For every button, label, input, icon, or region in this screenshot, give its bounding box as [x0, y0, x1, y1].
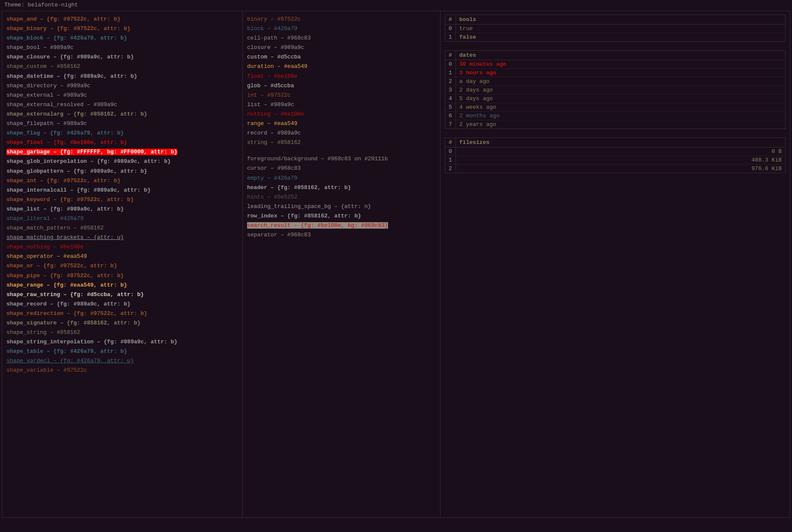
- table-cell-num: 5: [445, 103, 456, 111]
- list-item: string – #858162: [247, 138, 436, 147]
- table-header-val: dates: [456, 51, 785, 60]
- list-item: shape_closure – {fg: #989a9c, attr: b}: [6, 52, 238, 62]
- list-item: shape_external – #989a9c: [6, 91, 238, 100]
- list-item: shape_range – {fg: #eaa549, attr: b}: [6, 281, 238, 290]
- list-item: shape_internalcall – {fg: #989a9c, attr:…: [6, 186, 238, 195]
- table-header-val: bools: [456, 15, 785, 24]
- table-cell-num: 2: [445, 77, 456, 86]
- table-cell-val: false: [456, 33, 785, 41]
- list-item: shape_raw_string – {fg: #d5ccba, attr: b…: [6, 290, 238, 300]
- list-item: binary – #97522c: [247, 15, 436, 24]
- table-row: 1false: [445, 33, 785, 41]
- table-row: 2976.6 KiB: [445, 165, 785, 173]
- data-table: #filesizes00 B1488.3 KiB2976.6 KiB: [445, 138, 786, 173]
- table-cell-val: 2 days ago: [456, 86, 785, 94]
- list-item: shape_float – {fg: #be100e, attr: b}: [6, 138, 238, 147]
- list-item: cursor – #968c83: [247, 164, 436, 173]
- list-item: shape_literal – #426a79: [6, 214, 238, 223]
- list-item: row_index – {fg: #858162, attr: b}: [247, 211, 436, 221]
- list-item: shape_matching_brackets – {attr: u}: [6, 233, 238, 242]
- table-cell-val: 5 days ago: [456, 95, 785, 103]
- list-item: shape_nothing – #be100e: [6, 242, 238, 252]
- list-item: shape_garbage – {fg: #FFFFFF, bg: #FF000…: [6, 147, 238, 157]
- list-item: shape_custom – #858162: [6, 62, 238, 71]
- table-cell-num: 0: [445, 60, 456, 68]
- list-item: closure – #989a9c: [247, 43, 436, 52]
- table-cell-val: 0 B: [456, 147, 785, 156]
- list-item: nothing – #be100e: [247, 110, 436, 119]
- table-row: 62 months ago: [445, 112, 785, 120]
- table-cell-val: 3 hours ago: [456, 69, 785, 77]
- left-column: shape_and – {fg: #97522c, attr: b}shape_…: [2, 11, 243, 517]
- list-item: list – #989a9c: [247, 100, 436, 110]
- list-item: shape_string_interpolation – {fg: #989a9…: [6, 337, 238, 347]
- table-cell-val: 2 months ago: [456, 112, 785, 120]
- right-column: #bools0true1false#dates030 minutes ago13…: [440, 11, 790, 517]
- list-item: shape_and – {fg: #97522c, attr: b}: [6, 15, 238, 24]
- list-item: block – #426a79: [247, 24, 436, 34]
- list-item: shape_vardecl – {fg: #426a79, attr: u}: [6, 356, 238, 366]
- list-item: shape_keyword – {fg: #97522c, attr: b}: [6, 195, 238, 205]
- table-cell-num: 0: [445, 147, 456, 156]
- list-item: shape_directory – #989a9c: [6, 81, 238, 91]
- data-table: #dates030 minutes ago13 hours ago2a day …: [445, 50, 786, 129]
- list-item: shape_globpattern – {fg: #989a9c, attr: …: [6, 167, 238, 176]
- table-cell-num: 2: [445, 165, 456, 173]
- table-cell-num: 0: [445, 24, 456, 33]
- data-table: #bools0true1false: [445, 15, 786, 42]
- list-item: shape_record – {fg: #989a9c, attr: b}: [6, 300, 238, 309]
- list-item: shape_redirection – {fg: #97522c, attr: …: [6, 309, 238, 318]
- list-item: shape_block – {fg: #426a79, attr: b}: [6, 34, 238, 43]
- table-row: 0true: [445, 24, 785, 33]
- list-item: shape_match_pattern – #858162: [6, 223, 238, 233]
- list-item: shape_int – {fg: #97522c, attr: b}: [6, 176, 238, 186]
- list-item: custom – #d5ccba: [247, 52, 436, 62]
- list-item: float – #be100e: [247, 72, 436, 81]
- table-cell-val: a day ago: [456, 77, 785, 86]
- table-header-num: #: [445, 138, 456, 147]
- table-cell-val: 2 years ago: [456, 120, 785, 128]
- mid-column: binary – #97522cblock – #426a79cell-path…: [243, 11, 440, 517]
- list-item: leading_trailing_space_bg – {attr: n}: [247, 202, 436, 211]
- list-item: shape_binary – {fg: #97522c, attr: b}: [6, 24, 238, 34]
- table-cell-num: 1: [445, 69, 456, 77]
- table-header-val: filesizes: [456, 138, 785, 147]
- list-item: range – #eaa549: [247, 119, 436, 128]
- list-item: hints – #5e5252: [247, 193, 436, 202]
- table-row: 45 days ago: [445, 95, 785, 103]
- table-cell-val: 976.6 KiB: [456, 165, 785, 173]
- list-item: header – {fg: #858162, attr: b}: [247, 183, 436, 193]
- list-item: shape_operator – #eaa549: [6, 252, 238, 261]
- table-cell-num: 6: [445, 112, 456, 120]
- list-item: shape_string – #858162: [6, 328, 238, 337]
- table-cell-num: 3: [445, 86, 456, 94]
- list-item: shape_flag – {fg: #426a79, attr: b}: [6, 128, 238, 138]
- table-row: 2a day ago: [445, 77, 785, 86]
- table-header-num: #: [445, 51, 456, 60]
- list-item: shape_glob_interpolation – {fg: #989a9c,…: [6, 157, 238, 166]
- list-item: shape_datetime – {fg: #989a9c, attr: b}: [6, 72, 238, 81]
- list-item: shape_variable – #97522c: [6, 366, 238, 375]
- list-item: shape_bool – #989a9c: [6, 43, 238, 52]
- table-cell-val: 4 weeks ago: [456, 103, 785, 111]
- list-item: foreground/background – #968c83 on #2011…: [247, 154, 436, 164]
- table-cell-val: 488.3 KiB: [456, 156, 785, 164]
- list-item: int – #97522c: [247, 91, 436, 100]
- list-item: shape_list – {fg: #989a9c, attr: b}: [6, 205, 238, 214]
- table-row: 030 minutes ago: [445, 60, 785, 69]
- list-item: record – #989a9c: [247, 128, 436, 138]
- list-item: shape_pipe – {fg: #97522c, attr: b}: [6, 271, 238, 281]
- table-cell-num: 1: [445, 156, 456, 164]
- table-row: 00 B: [445, 147, 785, 156]
- list-item: shape_externalarg – {fg: #858162, attr: …: [6, 110, 238, 119]
- table-cell-num: 4: [445, 95, 456, 103]
- list-item: glob – #d5ccba: [247, 81, 436, 91]
- list-item: shape_external_resolved – #989a9c: [6, 100, 238, 110]
- table-cell-num: 1: [445, 33, 456, 41]
- list-item: shape_or – {fg: #97522c, attr: b}: [6, 261, 238, 271]
- table-row: 13 hours ago: [445, 69, 785, 77]
- list-item: cell-path – #968c83: [247, 34, 436, 43]
- table-header-num: #: [445, 15, 456, 24]
- list-item: empty – #426a79: [247, 174, 436, 183]
- table-row: 72 years ago: [445, 120, 785, 128]
